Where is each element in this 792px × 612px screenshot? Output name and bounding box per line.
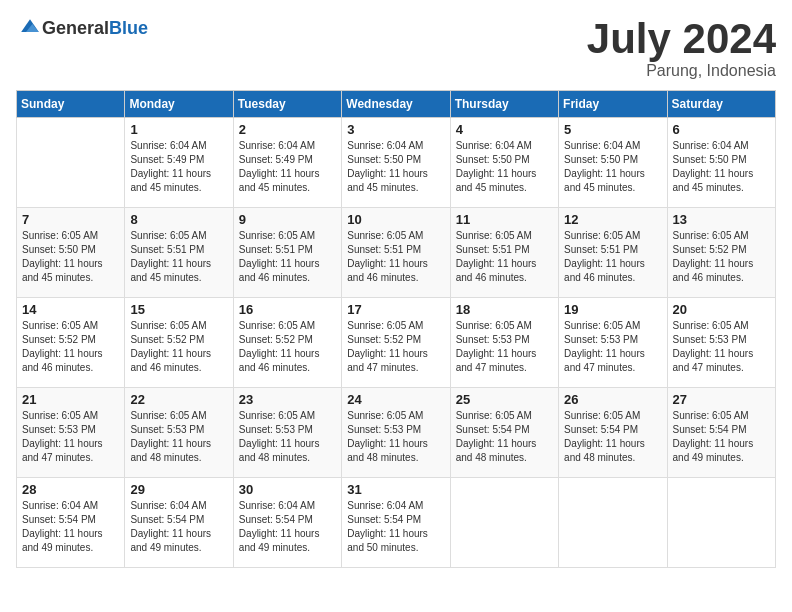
sunset-text: Sunset: 5:53 PM bbox=[130, 424, 204, 435]
sunset-text: Sunset: 5:52 PM bbox=[239, 334, 313, 345]
calendar-header: SundayMondayTuesdayWednesdayThursdayFrid… bbox=[17, 91, 776, 118]
sunrise-text: Sunrise: 6:04 AM bbox=[239, 500, 315, 511]
daylight-text: Daylight: 11 hours and 46 minutes. bbox=[456, 258, 537, 283]
day-number: 8 bbox=[130, 212, 227, 227]
sunset-text: Sunset: 5:49 PM bbox=[130, 154, 204, 165]
calendar-cell bbox=[450, 478, 558, 568]
sunset-text: Sunset: 5:53 PM bbox=[22, 424, 96, 435]
sunset-text: Sunset: 5:54 PM bbox=[22, 514, 96, 525]
weekday-header-wednesday: Wednesday bbox=[342, 91, 450, 118]
daylight-text: Daylight: 11 hours and 48 minutes. bbox=[456, 438, 537, 463]
title-area: July 2024 Parung, Indonesia bbox=[587, 16, 776, 80]
sunrise-text: Sunrise: 6:05 AM bbox=[564, 410, 640, 421]
day-info: Sunrise: 6:05 AM Sunset: 5:54 PM Dayligh… bbox=[456, 409, 553, 465]
day-number: 27 bbox=[673, 392, 770, 407]
weekday-header-friday: Friday bbox=[559, 91, 667, 118]
daylight-text: Daylight: 11 hours and 46 minutes. bbox=[564, 258, 645, 283]
sunrise-text: Sunrise: 6:05 AM bbox=[239, 230, 315, 241]
logo-icon bbox=[18, 16, 42, 40]
calendar-cell: 24 Sunrise: 6:05 AM Sunset: 5:53 PM Dayl… bbox=[342, 388, 450, 478]
day-info: Sunrise: 6:04 AM Sunset: 5:54 PM Dayligh… bbox=[347, 499, 444, 555]
daylight-text: Daylight: 11 hours and 47 minutes. bbox=[564, 348, 645, 373]
day-info: Sunrise: 6:05 AM Sunset: 5:53 PM Dayligh… bbox=[347, 409, 444, 465]
weekday-header-row: SundayMondayTuesdayWednesdayThursdayFrid… bbox=[17, 91, 776, 118]
calendar-cell: 29 Sunrise: 6:04 AM Sunset: 5:54 PM Dayl… bbox=[125, 478, 233, 568]
sunset-text: Sunset: 5:54 PM bbox=[130, 514, 204, 525]
sunset-text: Sunset: 5:50 PM bbox=[347, 154, 421, 165]
sunset-text: Sunset: 5:51 PM bbox=[347, 244, 421, 255]
calendar-cell: 31 Sunrise: 6:04 AM Sunset: 5:54 PM Dayl… bbox=[342, 478, 450, 568]
sunset-text: Sunset: 5:51 PM bbox=[564, 244, 638, 255]
day-number: 24 bbox=[347, 392, 444, 407]
day-info: Sunrise: 6:05 AM Sunset: 5:52 PM Dayligh… bbox=[239, 319, 336, 375]
day-info: Sunrise: 6:05 AM Sunset: 5:53 PM Dayligh… bbox=[239, 409, 336, 465]
daylight-text: Daylight: 11 hours and 46 minutes. bbox=[22, 348, 103, 373]
calendar-cell: 1 Sunrise: 6:04 AM Sunset: 5:49 PM Dayli… bbox=[125, 118, 233, 208]
calendar-week-row: 7 Sunrise: 6:05 AM Sunset: 5:50 PM Dayli… bbox=[17, 208, 776, 298]
day-number: 19 bbox=[564, 302, 661, 317]
calendar-cell: 15 Sunrise: 6:05 AM Sunset: 5:52 PM Dayl… bbox=[125, 298, 233, 388]
daylight-text: Daylight: 11 hours and 45 minutes. bbox=[239, 168, 320, 193]
location-subtitle: Parung, Indonesia bbox=[587, 62, 776, 80]
day-info: Sunrise: 6:04 AM Sunset: 5:50 PM Dayligh… bbox=[673, 139, 770, 195]
calendar-body: 1 Sunrise: 6:04 AM Sunset: 5:49 PM Dayli… bbox=[17, 118, 776, 568]
sunset-text: Sunset: 5:50 PM bbox=[456, 154, 530, 165]
sunrise-text: Sunrise: 6:05 AM bbox=[239, 410, 315, 421]
day-number: 31 bbox=[347, 482, 444, 497]
daylight-text: Daylight: 11 hours and 48 minutes. bbox=[347, 438, 428, 463]
daylight-text: Daylight: 11 hours and 45 minutes. bbox=[347, 168, 428, 193]
day-info: Sunrise: 6:05 AM Sunset: 5:54 PM Dayligh… bbox=[673, 409, 770, 465]
sunset-text: Sunset: 5:54 PM bbox=[564, 424, 638, 435]
day-number: 4 bbox=[456, 122, 553, 137]
sunrise-text: Sunrise: 6:05 AM bbox=[673, 410, 749, 421]
day-number: 9 bbox=[239, 212, 336, 227]
day-number: 14 bbox=[22, 302, 119, 317]
day-number: 25 bbox=[456, 392, 553, 407]
sunrise-text: Sunrise: 6:05 AM bbox=[22, 230, 98, 241]
sunset-text: Sunset: 5:54 PM bbox=[673, 424, 747, 435]
day-info: Sunrise: 6:05 AM Sunset: 5:51 PM Dayligh… bbox=[347, 229, 444, 285]
daylight-text: Daylight: 11 hours and 48 minutes. bbox=[130, 438, 211, 463]
sunset-text: Sunset: 5:53 PM bbox=[564, 334, 638, 345]
weekday-header-sunday: Sunday bbox=[17, 91, 125, 118]
logo: GeneralBlue bbox=[16, 16, 148, 40]
day-number: 20 bbox=[673, 302, 770, 317]
calendar-cell: 30 Sunrise: 6:04 AM Sunset: 5:54 PM Dayl… bbox=[233, 478, 341, 568]
day-info: Sunrise: 6:05 AM Sunset: 5:52 PM Dayligh… bbox=[347, 319, 444, 375]
sunset-text: Sunset: 5:51 PM bbox=[456, 244, 530, 255]
sunset-text: Sunset: 5:52 PM bbox=[673, 244, 747, 255]
day-number: 10 bbox=[347, 212, 444, 227]
day-number: 6 bbox=[673, 122, 770, 137]
day-info: Sunrise: 6:04 AM Sunset: 5:50 PM Dayligh… bbox=[456, 139, 553, 195]
day-number: 29 bbox=[130, 482, 227, 497]
calendar-cell: 17 Sunrise: 6:05 AM Sunset: 5:52 PM Dayl… bbox=[342, 298, 450, 388]
day-info: Sunrise: 6:05 AM Sunset: 5:52 PM Dayligh… bbox=[22, 319, 119, 375]
daylight-text: Daylight: 11 hours and 48 minutes. bbox=[239, 438, 320, 463]
sunset-text: Sunset: 5:50 PM bbox=[22, 244, 96, 255]
daylight-text: Daylight: 11 hours and 46 minutes. bbox=[239, 348, 320, 373]
calendar-cell: 12 Sunrise: 6:05 AM Sunset: 5:51 PM Dayl… bbox=[559, 208, 667, 298]
calendar-cell: 26 Sunrise: 6:05 AM Sunset: 5:54 PM Dayl… bbox=[559, 388, 667, 478]
calendar-cell: 11 Sunrise: 6:05 AM Sunset: 5:51 PM Dayl… bbox=[450, 208, 558, 298]
sunset-text: Sunset: 5:52 PM bbox=[347, 334, 421, 345]
day-number: 18 bbox=[456, 302, 553, 317]
day-info: Sunrise: 6:05 AM Sunset: 5:54 PM Dayligh… bbox=[564, 409, 661, 465]
daylight-text: Daylight: 11 hours and 47 minutes. bbox=[456, 348, 537, 373]
sunrise-text: Sunrise: 6:05 AM bbox=[347, 410, 423, 421]
calendar-cell: 8 Sunrise: 6:05 AM Sunset: 5:51 PM Dayli… bbox=[125, 208, 233, 298]
daylight-text: Daylight: 11 hours and 45 minutes. bbox=[130, 258, 211, 283]
month-year-title: July 2024 bbox=[587, 16, 776, 62]
sunset-text: Sunset: 5:52 PM bbox=[130, 334, 204, 345]
sunrise-text: Sunrise: 6:04 AM bbox=[130, 500, 206, 511]
daylight-text: Daylight: 11 hours and 49 minutes. bbox=[22, 528, 103, 553]
header: GeneralBlue July 2024 Parung, Indonesia bbox=[16, 16, 776, 80]
sunrise-text: Sunrise: 6:05 AM bbox=[22, 410, 98, 421]
sunset-text: Sunset: 5:54 PM bbox=[239, 514, 313, 525]
daylight-text: Daylight: 11 hours and 46 minutes. bbox=[673, 258, 754, 283]
sunrise-text: Sunrise: 6:04 AM bbox=[347, 500, 423, 511]
day-number: 5 bbox=[564, 122, 661, 137]
calendar-cell: 7 Sunrise: 6:05 AM Sunset: 5:50 PM Dayli… bbox=[17, 208, 125, 298]
day-number: 11 bbox=[456, 212, 553, 227]
day-number: 12 bbox=[564, 212, 661, 227]
day-number: 30 bbox=[239, 482, 336, 497]
